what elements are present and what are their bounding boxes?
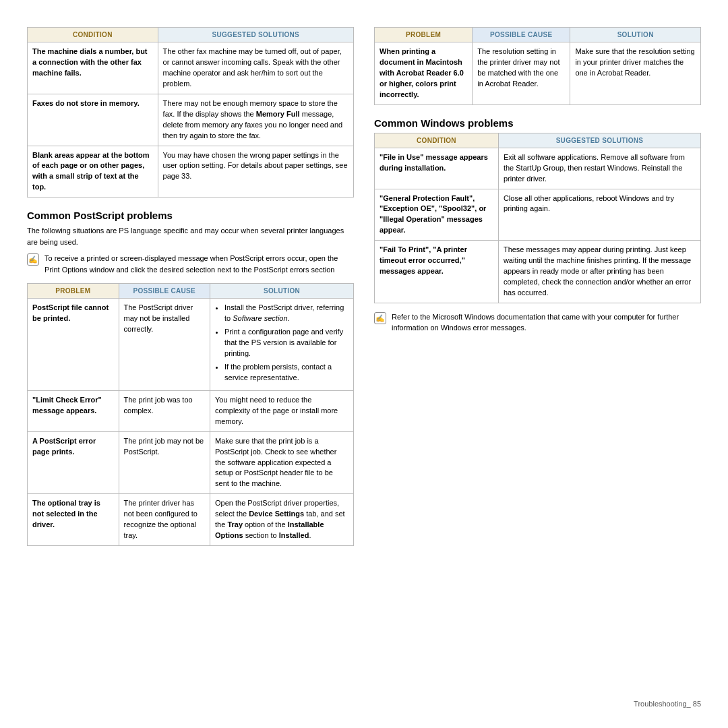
fax-solution-3: You may have chosen the wrong paper sett… [158, 146, 353, 198]
win-solution-header: Suggested Solutions [498, 133, 700, 148]
windows-section-title: Common Windows problems [374, 117, 701, 129]
mac-cause-header: Possible Cause [473, 28, 570, 42]
macintosh-table: Problem Possible Cause Solution When pri… [374, 27, 701, 105]
mac-solution-1: Make sure that the resolution setting in… [570, 42, 701, 105]
ps-problem-1: PostScript file cannot be printed. [28, 299, 119, 391]
ps-problem-3: A PostScript error page prints. [28, 431, 119, 494]
fax-table-solution-header: Suggested Solutions [158, 28, 353, 42]
mac-cause-1: The resolution setting in the printer dr… [473, 42, 570, 105]
fax-solution-1: The other fax machine may be turned off,… [158, 42, 353, 94]
table-row: Blank areas appear at the bottom of each… [28, 146, 354, 198]
table-row: "General Protection Fault", "Exception O… [375, 189, 701, 241]
table-row: PostScript file cannot be printed. The P… [28, 299, 354, 391]
fax-condition-2: Faxes do not store in memory. [28, 94, 158, 146]
table-row: A PostScript error page prints. The prin… [28, 431, 354, 494]
ps-cause-header: Possible Cause [119, 284, 210, 299]
ps-problem-header: Problem [28, 284, 119, 299]
note-icon-2: ✍ [374, 312, 386, 324]
ps-solution-1: Install the PostScript driver, referring… [210, 299, 354, 391]
note-icon: ✍ [27, 253, 39, 266]
ps-solution-header: Solution [210, 284, 354, 299]
win-solution-3: These messages may appear during printin… [498, 241, 700, 303]
win-condition-3: "Fail To Print", "A printer timeout erro… [375, 241, 499, 303]
table-row: The optional tray is not selected in the… [28, 494, 354, 546]
win-condition-2: "General Protection Fault", "Exception O… [375, 189, 499, 241]
ps-solution-4: Open the PostScript driver properties, s… [210, 494, 354, 546]
postscript-section-desc: The following situations are PS language… [27, 225, 354, 247]
mac-problem-1: When printing a document in Macintosh wi… [375, 42, 473, 105]
fax-table: Condition Suggested Solutions The machin… [27, 27, 354, 198]
win-condition-header: Condition [375, 133, 499, 148]
table-row: Faxes do not store in memory. There may … [28, 94, 354, 146]
ps-problem-2: "Limit Check Error" message appears. [28, 390, 119, 431]
ps-problem-4: The optional tray is not selected in the… [28, 494, 119, 546]
table-row: "File in Use" message appears during ins… [375, 148, 701, 189]
table-row: When printing a document in Macintosh wi… [375, 42, 701, 105]
ps-solution-2: You might need to reduce the complexity … [210, 390, 354, 431]
ps-cause-3: The print job may not be PostScript. [119, 431, 210, 494]
postscript-table: Problem Possible Cause Solution PostScri… [27, 283, 354, 546]
ps-solution-3: Make sure that the print job is a PostSc… [210, 431, 354, 494]
page: Condition Suggested Solutions The machin… [0, 0, 728, 728]
mac-solution-header: Solution [570, 28, 701, 42]
fax-solution-2: There may not be enough memory space to … [158, 94, 353, 146]
windows-note-text: Refer to the Microsoft Windows documenta… [392, 311, 701, 334]
fax-table-condition-header: Condition [28, 28, 158, 42]
windows-table: Condition Suggested Solutions "File in U… [374, 133, 701, 303]
page-number: Troubleshooting_ 85 [634, 700, 701, 708]
table-row: "Limit Check Error" message appears. The… [28, 390, 354, 431]
fax-condition-3: Blank areas appear at the bottom of each… [28, 146, 158, 198]
table-row: "Fail To Print", "A printer timeout erro… [375, 241, 701, 303]
ps-cause-4: The printer driver has not been configur… [119, 494, 210, 546]
ps-cause-1: The PostScript driver may not be install… [119, 299, 210, 391]
windows-note: ✍ Refer to the Microsoft Windows documen… [374, 311, 701, 334]
mac-problem-header: Problem [375, 28, 473, 42]
page-footer: Troubleshooting_ 85 [27, 700, 701, 708]
win-condition-1: "File in Use" message appears during ins… [375, 148, 499, 189]
ps-cause-2: The print job was too complex. [119, 390, 210, 431]
win-solution-2: Close all other applications, reboot Win… [498, 189, 700, 241]
postscript-note-text: To receive a printed or screen-displayed… [44, 253, 354, 275]
win-solution-1: Exit all software applications. Remove a… [498, 148, 700, 189]
postscript-section-title: Common PostScript problems [27, 210, 354, 221]
fax-condition-1: The machine dials a number, but a connec… [28, 42, 158, 94]
right-column: Problem Possible Cause Solution When pri… [374, 27, 701, 693]
table-row: The machine dials a number, but a connec… [28, 42, 354, 94]
left-column: Condition Suggested Solutions The machin… [27, 27, 354, 693]
postscript-note: ✍ To receive a printed or screen-display… [27, 253, 354, 275]
